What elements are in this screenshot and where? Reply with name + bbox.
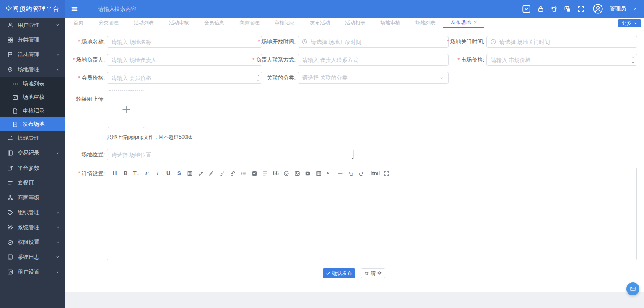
sidebar-item-user-management[interactable]: 用户管理 [0,18,65,33]
sidebar-item-category-management[interactable]: 分类管理 [0,33,65,48]
font-size-tool[interactable]: T↕ [131,168,142,179]
strikethrough-tool[interactable]: S [174,168,185,179]
member-price-label: *会员价格: [65,72,105,84]
stepper-down-icon[interactable] [628,60,637,66]
floating-layout-button[interactable] [626,282,639,295]
sidebar-item-venue-management[interactable]: 场地管理 [0,62,65,78]
chevron-down-icon [55,210,60,215]
open-time-input[interactable] [298,36,449,48]
tab-publish-activity[interactable]: 发布活动 [302,18,338,28]
tab-publish-venue[interactable]: 发布场地× [443,18,484,28]
location-textarea[interactable] [107,149,354,160]
market-price-input[interactable] [486,54,637,66]
pen-tool[interactable] [206,168,217,179]
clock-icon [490,39,496,46]
redo-tool[interactable] [356,168,367,179]
member-price-input[interactable] [107,72,262,84]
sidebar-item-review-records[interactable]: 审核记录 [0,104,65,117]
lock-icon[interactable] [537,5,544,13]
link-tool[interactable] [228,168,239,179]
sidebar-item-package-page[interactable]: 套餐页 [0,176,65,191]
copy-layers-icon[interactable] [564,5,571,13]
undo-tool[interactable] [345,168,356,179]
theme-shirt-icon[interactable] [551,5,558,13]
category-select[interactable]: 请选择 关联的分类 [298,72,449,84]
fullscreen-tool[interactable] [381,168,392,179]
tab-venue-list[interactable]: 场地列表 [408,18,443,28]
carousel-upload-dropzone[interactable] [107,90,145,128]
sidebar-item-permission-settings[interactable]: 权限设置 [0,235,65,250]
close-time-picker[interactable] [486,36,637,48]
tab-label: 分类管理 [99,19,119,26]
clear-button[interactable]: 清 空 [361,268,385,278]
param-icon [7,165,13,171]
fullscreen-icon[interactable] [577,5,584,13]
tab-venue-review[interactable]: 场地审核 [373,18,408,28]
tab-review-records[interactable]: 审核记录 [267,18,302,28]
video-tool[interactable] [303,168,314,179]
tab-member-info[interactable]: 会员信息 [197,18,232,28]
tab-label: 审核记录 [275,19,295,26]
stepper-down-icon[interactable] [253,78,262,84]
tab-activity-review[interactable]: 活动审核 [161,18,197,28]
tab-merchant-management[interactable]: 商家管理 [232,18,267,28]
emoji-tool[interactable] [281,168,292,179]
indent-tool[interactable] [184,168,195,179]
tab-home[interactable]: 首页 [66,18,91,28]
sidebar-item-system-logs[interactable]: 系统日志 [0,250,65,265]
table-tool[interactable] [313,168,324,179]
chevron-down-icon [55,23,60,27]
contact-input[interactable] [298,54,449,66]
sidebar-item-system-management[interactable]: 系统管理 [0,220,65,235]
italic-tool[interactable]: I [152,168,163,179]
sidebar-item-organization-management[interactable]: 组织管理 [0,205,65,220]
font-family-tool[interactable]: F [142,168,153,179]
open-time-picker[interactable] [298,36,449,48]
tab-label: 首页 [73,19,83,26]
sidebar-item-merchant-level[interactable]: 商家等级 [0,190,65,205]
tab-activity-list[interactable]: 活动列表 [126,18,161,28]
user-menu[interactable]: 管理员 [610,5,626,13]
book-icon [7,150,13,156]
more-tabs-button[interactable]: 更多 [618,19,641,27]
underline-tool[interactable]: U [163,168,174,179]
editor-content[interactable] [107,179,636,260]
sidebar-item-venue-list[interactable]: 场地列表 [0,77,65,91]
heading-tool[interactable]: H [109,168,120,179]
tab-category-management[interactable]: 分类管理 [91,18,126,28]
confirm-publish-button[interactable]: 确认发布 [323,268,355,278]
code-tool[interactable]: >_ [324,168,335,179]
stepper-up-icon[interactable] [628,54,637,60]
quote-tool[interactable]: 66 [270,168,281,179]
todo-list-tool[interactable] [249,168,260,179]
close-time-input[interactable] [486,36,637,48]
align-tool[interactable] [260,168,270,179]
stepper-up-icon[interactable] [253,72,262,78]
close-tab-icon[interactable]: × [474,20,477,25]
venue-name-input[interactable] [107,36,262,48]
publish-venue-form: *场地名称: *场地开放时间: *场地关门时间: *场地负责人: *负责人联系方… [65,28,644,292]
panel-toggle-icon[interactable] [522,5,531,13]
sidebar-item-publish-venue[interactable]: 发布场地 [0,117,65,131]
grid-icon [7,37,13,43]
sidebar-item-activity-management[interactable]: 活动管理 [0,47,65,62]
bold-tool[interactable]: B [120,168,131,179]
brush-tool[interactable] [217,168,228,179]
image-tool[interactable] [292,168,303,179]
sidebar-item-platform-params[interactable]: 平台参数 [0,160,65,176]
sidebar-item-withdrawal-management[interactable]: 提现管理 [0,131,65,146]
global-search-input[interactable] [98,6,190,12]
highlight-tool[interactable] [195,168,206,179]
tab-activity-album[interactable]: 活动相册 [338,18,373,28]
manager-input[interactable] [107,54,262,66]
app-logo: 空间预约管理平台 [0,0,65,18]
dots-icon [12,81,18,87]
sidebar-item-transaction-records[interactable]: 交易记录 [0,146,65,161]
divider-tool[interactable] [335,168,345,179]
avatar[interactable] [592,3,603,14]
sidebar-item-venue-review[interactable]: 场地审核 [0,91,65,104]
menu-collapse-icon[interactable] [71,5,78,13]
html-tool[interactable]: Html [367,168,381,179]
bullet-list-tool[interactable] [238,168,249,179]
sidebar-item-tenant-settings[interactable]: 租户设置 [0,265,65,280]
